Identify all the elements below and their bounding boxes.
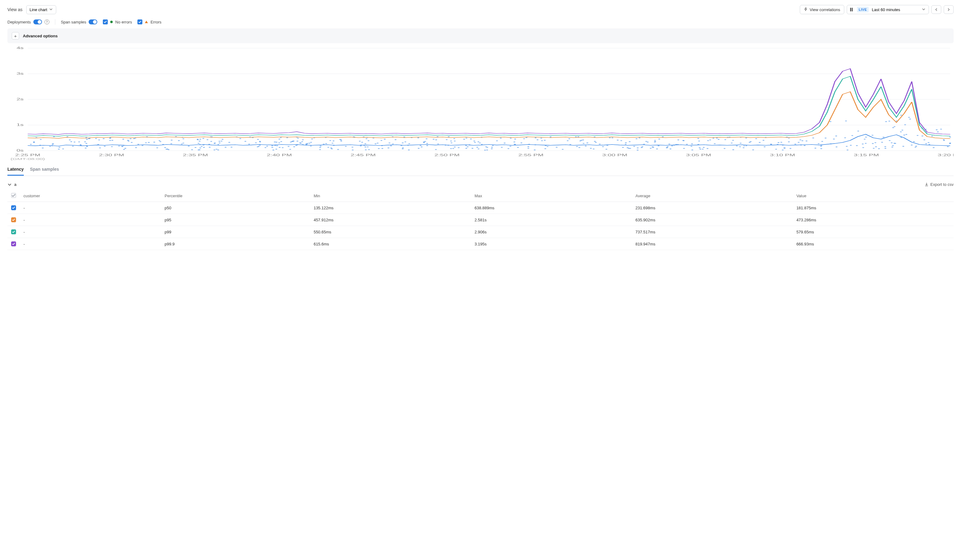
svg-point-496: [299, 143, 301, 144]
deployments-label: Deployments: [7, 20, 31, 24]
svg-point-488: [595, 142, 597, 143]
tab-span-samples[interactable]: Span samples: [30, 164, 59, 176]
series-checkbox[interactable]: [11, 241, 16, 246]
svg-point-497: [856, 145, 858, 146]
svg-point-391: [274, 142, 276, 143]
series-p50: [28, 134, 950, 146]
svg-text:2s: 2s: [16, 98, 24, 101]
cell-min: 135.122ms: [310, 202, 471, 214]
svg-point-442: [902, 130, 903, 131]
svg-point-177: [514, 139, 516, 140]
svg-point-368: [510, 138, 512, 139]
svg-point-24: [352, 147, 353, 148]
svg-point-115: [520, 143, 522, 144]
svg-point-407: [890, 142, 892, 143]
svg-point-404: [99, 148, 101, 149]
svg-point-415: [378, 148, 380, 149]
timerange-select[interactable]: LIVE Last 60 minutes: [847, 5, 929, 14]
table-row[interactable]: -p99.9615.6ms3.195s819.947ms666.93ms: [7, 238, 954, 250]
svg-point-192: [217, 144, 219, 145]
timerange-label: Last 60 minutes: [872, 7, 900, 12]
series-checkbox[interactable]: [11, 229, 16, 234]
view-as-select[interactable]: Line chart: [26, 5, 56, 14]
svg-point-382: [892, 127, 894, 128]
col-value[interactable]: Value: [793, 190, 954, 202]
download-icon: [924, 183, 929, 186]
svg-point-537: [583, 143, 585, 144]
help-icon[interactable]: ?: [45, 19, 50, 24]
svg-point-232: [658, 139, 660, 140]
cell-max: 638.889ms: [471, 202, 632, 214]
svg-point-47: [585, 146, 587, 147]
svg-point-357: [940, 129, 942, 130]
deployments-toggle[interactable]: [33, 19, 42, 24]
svg-point-508: [905, 134, 907, 135]
svg-point-512: [915, 146, 917, 147]
svg-point-344: [84, 141, 86, 142]
svg-point-108: [276, 145, 278, 146]
cell-percentile: p99.9: [161, 238, 310, 250]
svg-point-129: [814, 148, 816, 149]
col-min[interactable]: Min: [310, 190, 471, 202]
cell-value: 473.286ms: [793, 214, 954, 226]
table-row[interactable]: -p99550.65ms2.906s737.517ms579.65ms: [7, 226, 954, 238]
svg-point-236: [311, 139, 313, 140]
series-p99.9: [28, 69, 950, 134]
svg-text:2:45 PM: 2:45 PM: [350, 153, 376, 157]
svg-point-110: [891, 147, 893, 148]
svg-point-520: [473, 140, 475, 141]
svg-point-235: [641, 146, 643, 147]
prev-range-button[interactable]: [931, 5, 941, 14]
svg-text:3:10 PM: 3:10 PM: [770, 153, 795, 157]
series-checkbox[interactable]: [11, 217, 16, 222]
svg-point-214: [714, 143, 715, 144]
svg-point-521: [467, 146, 468, 147]
svg-point-408: [668, 144, 670, 144]
svg-point-434: [381, 148, 383, 149]
col-average[interactable]: Average: [632, 190, 793, 202]
view-correlations-button[interactable]: View correlations: [800, 5, 844, 14]
svg-text:(GMT-08:00): (GMT-08:00): [11, 157, 45, 160]
svg-point-373: [111, 140, 113, 141]
col-customer[interactable]: customer: [20, 190, 161, 202]
svg-point-330: [377, 143, 379, 144]
svg-point-82: [104, 146, 106, 147]
svg-text:1s: 1s: [16, 123, 24, 127]
svg-point-171: [474, 142, 476, 143]
errors-checkbox[interactable]: [137, 19, 142, 24]
svg-point-257: [384, 139, 386, 140]
tab-latency[interactable]: Latency: [7, 164, 24, 176]
latency-chart[interactable]: 0s1s2s3s4s2:25 PM(GMT-08:00)2:30 PM2:35 …: [7, 46, 954, 163]
table-row[interactable]: -p95457.912ms2.581s635.902ms473.286ms: [7, 214, 954, 226]
svg-point-480: [78, 141, 80, 142]
col-max[interactable]: Max: [471, 190, 632, 202]
select-all-checkbox[interactable]: [11, 193, 16, 198]
series-checkbox[interactable]: [11, 205, 16, 210]
svg-point-470: [183, 138, 184, 139]
svg-point-218: [188, 146, 190, 147]
svg-point-188: [884, 148, 886, 149]
no-errors-checkbox[interactable]: [103, 19, 108, 24]
svg-point-476: [794, 144, 796, 145]
svg-point-280: [784, 148, 786, 149]
svg-point-534: [183, 143, 184, 144]
next-range-button[interactable]: [944, 5, 954, 14]
svg-point-112: [275, 149, 277, 150]
export-csv-button[interactable]: Export to csv: [924, 182, 954, 187]
col-percentile[interactable]: Percentile: [161, 190, 310, 202]
svg-point-479: [257, 139, 259, 140]
table-row[interactable]: -p50135.122ms638.889ms231.698ms181.875ms: [7, 202, 954, 214]
svg-point-119: [340, 141, 342, 142]
svg-point-365: [111, 146, 113, 147]
svg-point-367: [666, 147, 668, 148]
advanced-options-bar[interactable]: + Advanced options: [7, 29, 954, 43]
svg-point-103: [709, 140, 711, 140]
svg-point-385: [878, 148, 880, 149]
svg-point-347: [33, 142, 35, 143]
group-toggle[interactable]: a: [7, 182, 16, 187]
svg-text:0s: 0s: [16, 149, 24, 152]
svg-point-443: [266, 146, 268, 147]
svg-point-190: [365, 143, 366, 144]
span-samples-label: Span samples: [61, 20, 86, 24]
span-samples-toggle[interactable]: [88, 19, 97, 24]
